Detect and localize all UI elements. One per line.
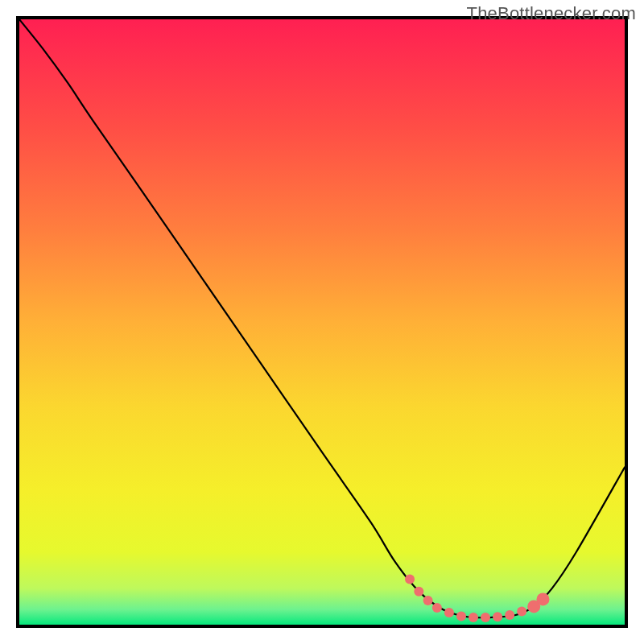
watermark-text: TheBottlenecker.com	[467, 3, 636, 24]
chart-marker	[469, 613, 478, 622]
chart-svg	[19, 19, 625, 625]
chart-marker	[536, 592, 549, 605]
chart-marker	[405, 575, 415, 584]
chart-plot-area	[16, 16, 628, 628]
chart-marker	[414, 587, 423, 597]
chart-marker	[432, 603, 442, 613]
chart-marker	[481, 613, 490, 622]
chart-background	[19, 19, 625, 625]
chart-marker	[517, 606, 526, 616]
chart-marker	[423, 596, 433, 605]
chart-marker	[444, 608, 454, 617]
chart-marker	[505, 610, 514, 620]
chart-marker	[456, 611, 466, 621]
chart-marker	[493, 612, 502, 621]
